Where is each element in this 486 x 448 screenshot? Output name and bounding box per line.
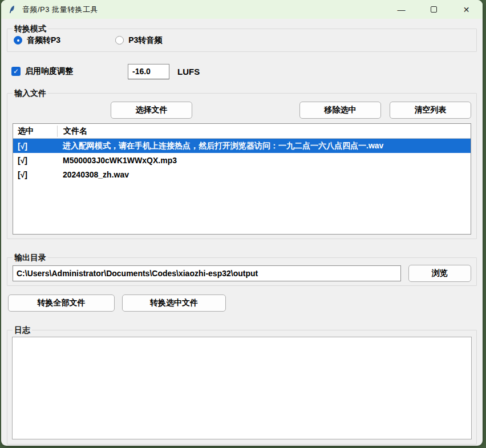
row-filename: 20240308_zh.wav (57, 170, 471, 179)
feather-icon (7, 5, 17, 14)
select-files-button[interactable]: 选择文件 (111, 102, 192, 119)
output-path-input[interactable] (13, 265, 401, 281)
log-groupbox: 日志 (7, 330, 477, 445)
output-group-title: 输出目录 (13, 252, 48, 263)
header-checked-column[interactable]: 选中 (13, 126, 57, 136)
loudness-checkbox[interactable]: ✓ (11, 67, 21, 76)
input-group-title: 输入文件 (13, 88, 48, 99)
loudness-checkbox-label[interactable]: 启用响度调整 (25, 66, 73, 76)
row-checkmark[interactable]: [√] (13, 170, 57, 179)
radio-audio-to-p3[interactable]: 音频转P3 (14, 35, 60, 46)
window-controls: — ✕ (385, 0, 483, 19)
radio-p3-to-audio[interactable]: P3转音频 (115, 35, 162, 46)
main-content: 转换模式 音频转P3 P3转音频 ✓ 启用响度调整 LUFS 输入文件 (1, 19, 483, 446)
radio-unselected-icon (115, 36, 124, 45)
loudness-row: ✓ 启用响度调整 LUFS (11, 63, 477, 79)
row-checkmark[interactable]: [√] (13, 142, 57, 151)
lufs-value-input[interactable] (128, 64, 169, 79)
output-row: 浏览 (13, 265, 471, 282)
file-buttons-row: 选择文件 移除选中 清空列表 (13, 102, 471, 119)
radio-selected-icon (14, 36, 22, 45)
browse-button[interactable]: 浏览 (408, 265, 471, 282)
header-filename-column[interactable]: 文件名 (58, 126, 471, 136)
lufs-unit-label: LUFS (177, 67, 200, 76)
row-filename: 进入配网模式，请在手机上连接热点，然后打开浏览器访问：一九二点一六八点四点一.w… (57, 141, 471, 151)
file-table-header: 选中 文件名 (13, 124, 471, 139)
clear-list-button[interactable]: 清空列表 (390, 102, 471, 119)
convert-all-button[interactable]: 转换全部文件 (8, 294, 115, 312)
minimize-button[interactable]: — (385, 0, 418, 19)
mode-groupbox: 转换模式 音频转P3 P3转音频 (7, 29, 477, 52)
table-row[interactable]: [√] 进入配网模式，请在手机上连接热点，然后打开浏览器访问：一九二点一六八点四… (13, 139, 471, 153)
mode-options: 音频转P3 P3转音频 (7, 29, 476, 51)
radio-label: 音频转P3 (27, 35, 60, 46)
maximize-icon (431, 6, 437, 13)
app-window: 音频/P3 批量转换工具 — ✕ 转换模式 音频转P3 P3转音频 (1, 0, 483, 446)
radio-label: P3转音频 (128, 35, 162, 46)
table-row[interactable]: [√] M500003J0cWK1WWxQX.mp3 (13, 153, 471, 167)
log-group-title: 日志 (13, 325, 32, 336)
row-filename: M500003J0cWK1WWxQX.mp3 (57, 156, 471, 165)
remove-selected-button[interactable]: 移除选中 (299, 102, 381, 119)
file-table: 选中 文件名 [√] 进入配网模式，请在手机上连接热点，然后打开浏览器访问：一九… (13, 123, 471, 235)
close-button[interactable]: ✕ (450, 0, 483, 19)
titlebar: 音频/P3 批量转换工具 — ✕ (1, 0, 483, 19)
mode-group-title: 转换模式 (13, 23, 48, 34)
log-textarea[interactable] (12, 337, 472, 439)
maximize-button[interactable] (418, 0, 450, 19)
convert-selected-button[interactable]: 转换选中文件 (122, 294, 226, 312)
window-title: 音频/P3 批量转换工具 (22, 5, 98, 15)
action-buttons-row: 转换全部文件 转换选中文件 (8, 294, 477, 312)
table-row[interactable]: [√] 20240308_zh.wav (13, 167, 471, 181)
input-files-groupbox: 输入文件 选择文件 移除选中 清空列表 选中 文件名 [√] 进入配网模式，请在… (7, 93, 477, 239)
output-dir-groupbox: 输出目录 浏览 (7, 257, 477, 286)
row-checkmark[interactable]: [√] (13, 156, 57, 165)
